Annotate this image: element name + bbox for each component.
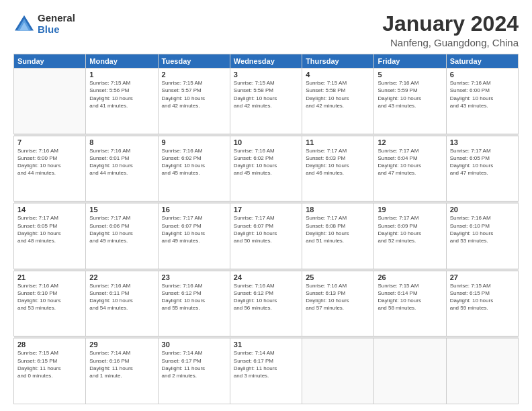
calendar-cell-w1-d6: 5Sunrise: 7:16 AM Sunset: 5:59 PM Daylig… — [374, 68, 446, 134]
col-header-wednesday: Wednesday — [230, 54, 302, 68]
day-number: 16 — [162, 205, 226, 214]
day-info: Sunrise: 7:16 AM Sunset: 6:10 PM Dayligh… — [450, 214, 515, 244]
day-info: Sunrise: 7:15 AM Sunset: 6:15 PM Dayligh… — [17, 349, 82, 379]
day-info: Sunrise: 7:17 AM Sunset: 6:07 PM Dayligh… — [162, 214, 226, 244]
day-number: 24 — [234, 273, 298, 281]
title-block: January 2024 Nanfeng, Guangdong, China — [382, 12, 519, 48]
calendar-cell-w2-d4: 10Sunrise: 7:16 AM Sunset: 6:02 PM Dayli… — [230, 136, 302, 201]
day-info: Sunrise: 7:15 AM Sunset: 6:14 PM Dayligh… — [378, 282, 442, 312]
day-info: Sunrise: 7:16 AM Sunset: 5:59 PM Dayligh… — [378, 79, 442, 109]
day-number: 15 — [89, 205, 154, 214]
calendar-cell-w2-d3: 9Sunrise: 7:16 AM Sunset: 6:02 PM Daylig… — [158, 136, 230, 201]
col-header-thursday: Thursday — [302, 54, 374, 68]
day-info: Sunrise: 7:16 AM Sunset: 6:11 PM Dayligh… — [89, 282, 154, 312]
calendar-cell-w4-d4: 24Sunrise: 7:16 AM Sunset: 6:12 PM Dayli… — [230, 271, 302, 336]
day-number: 20 — [450, 205, 515, 214]
col-header-friday: Friday — [374, 54, 446, 68]
calendar-cell-w1-d1 — [14, 68, 86, 134]
logo: General Blue — [13, 12, 75, 35]
page: General Blue January 2024 Nanfeng, Guang… — [0, 0, 532, 411]
calendar-cell-w3-d5: 18Sunrise: 7:17 AM Sunset: 6:08 PM Dayli… — [302, 203, 374, 269]
day-info: Sunrise: 7:16 AM Sunset: 6:12 PM Dayligh… — [162, 282, 226, 312]
day-number: 13 — [450, 138, 515, 146]
calendar-cell-w3-d4: 17Sunrise: 7:17 AM Sunset: 6:07 PM Dayli… — [230, 203, 302, 269]
col-header-monday: Monday — [86, 54, 158, 68]
day-info: Sunrise: 7:17 AM Sunset: 6:06 PM Dayligh… — [89, 214, 154, 244]
calendar-cell-w5-d1: 28Sunrise: 7:15 AM Sunset: 6:15 PM Dayli… — [14, 338, 86, 404]
calendar-cell-w2-d7: 13Sunrise: 7:17 AM Sunset: 6:05 PM Dayli… — [446, 136, 518, 201]
day-info: Sunrise: 7:17 AM Sunset: 6:05 PM Dayligh… — [450, 147, 515, 177]
day-number: 10 — [234, 138, 298, 146]
calendar-week-row-5: 28Sunrise: 7:15 AM Sunset: 6:15 PM Dayli… — [14, 338, 519, 404]
calendar-cell-w2-d1: 7Sunrise: 7:16 AM Sunset: 6:00 PM Daylig… — [14, 136, 86, 201]
day-info: Sunrise: 7:14 AM Sunset: 6:17 PM Dayligh… — [234, 349, 298, 379]
day-number: 28 — [17, 340, 82, 349]
day-number: 12 — [378, 138, 442, 146]
calendar-table: Sunday Monday Tuesday Wednesday Thursday… — [13, 54, 519, 404]
calendar-cell-w4-d6: 26Sunrise: 7:15 AM Sunset: 6:14 PM Dayli… — [374, 271, 446, 336]
calendar-week-row-2: 7Sunrise: 7:16 AM Sunset: 6:00 PM Daylig… — [14, 136, 519, 201]
day-number: 30 — [162, 340, 226, 349]
day-number: 14 — [17, 205, 82, 214]
day-number: 23 — [162, 273, 226, 281]
day-number: 26 — [378, 273, 442, 281]
day-info: Sunrise: 7:14 AM Sunset: 6:17 PM Dayligh… — [162, 349, 226, 379]
calendar-cell-w1-d4: 3Sunrise: 7:15 AM Sunset: 5:58 PM Daylig… — [230, 68, 302, 134]
calendar-cell-w3-d1: 14Sunrise: 7:17 AM Sunset: 6:05 PM Dayli… — [14, 203, 86, 269]
day-number: 31 — [234, 340, 298, 349]
calendar-cell-w4-d1: 21Sunrise: 7:16 AM Sunset: 6:10 PM Dayli… — [14, 271, 86, 336]
calendar-cell-w4-d2: 22Sunrise: 7:16 AM Sunset: 6:11 PM Dayli… — [86, 271, 158, 336]
col-header-sunday: Sunday — [14, 54, 86, 68]
day-info: Sunrise: 7:17 AM Sunset: 6:05 PM Dayligh… — [17, 214, 82, 244]
day-number: 25 — [306, 273, 370, 281]
day-info: Sunrise: 7:16 AM Sunset: 6:00 PM Dayligh… — [450, 79, 515, 109]
calendar-cell-w4-d3: 23Sunrise: 7:16 AM Sunset: 6:12 PM Dayli… — [158, 271, 230, 336]
day-info: Sunrise: 7:16 AM Sunset: 6:01 PM Dayligh… — [89, 147, 154, 177]
day-number: 9 — [162, 138, 226, 146]
day-info: Sunrise: 7:14 AM Sunset: 6:16 PM Dayligh… — [89, 349, 154, 379]
calendar-cell-w5-d2: 29Sunrise: 7:14 AM Sunset: 6:16 PM Dayli… — [86, 338, 158, 404]
day-number: 21 — [17, 273, 82, 281]
calendar-cell-w2-d6: 12Sunrise: 7:17 AM Sunset: 6:04 PM Dayli… — [374, 136, 446, 201]
calendar-week-row-4: 21Sunrise: 7:16 AM Sunset: 6:10 PM Dayli… — [14, 271, 519, 336]
calendar-cell-w5-d3: 30Sunrise: 7:14 AM Sunset: 6:17 PM Dayli… — [158, 338, 230, 404]
col-header-saturday: Saturday — [446, 54, 518, 68]
calendar-cell-w2-d5: 11Sunrise: 7:17 AM Sunset: 6:03 PM Dayli… — [302, 136, 374, 201]
day-number: 7 — [17, 138, 82, 146]
day-info: Sunrise: 7:15 AM Sunset: 5:56 PM Dayligh… — [89, 79, 154, 109]
day-info: Sunrise: 7:17 AM Sunset: 6:08 PM Dayligh… — [306, 214, 370, 244]
day-number: 22 — [89, 273, 154, 281]
day-number: 8 — [89, 138, 154, 146]
logo-icon — [13, 14, 35, 33]
day-number: 6 — [450, 71, 515, 79]
calendar-cell-w1-d5: 4Sunrise: 7:15 AM Sunset: 5:58 PM Daylig… — [302, 68, 374, 134]
day-number: 11 — [306, 138, 370, 146]
day-number: 3 — [234, 71, 298, 79]
calendar-week-row-1: 1Sunrise: 7:15 AM Sunset: 5:56 PM Daylig… — [14, 68, 519, 134]
day-number: 17 — [234, 205, 298, 214]
calendar-cell-w4-d5: 25Sunrise: 7:16 AM Sunset: 6:13 PM Dayli… — [302, 271, 374, 336]
day-info: Sunrise: 7:17 AM Sunset: 6:03 PM Dayligh… — [306, 147, 370, 177]
day-info: Sunrise: 7:17 AM Sunset: 6:09 PM Dayligh… — [378, 214, 442, 244]
calendar-cell-w4-d7: 27Sunrise: 7:15 AM Sunset: 6:15 PM Dayli… — [446, 271, 518, 336]
calendar-cell-w2-d2: 8Sunrise: 7:16 AM Sunset: 6:01 PM Daylig… — [86, 136, 158, 201]
day-info: Sunrise: 7:15 AM Sunset: 6:15 PM Dayligh… — [450, 282, 515, 312]
day-number: 4 — [306, 71, 370, 79]
calendar-cell-w1-d3: 2Sunrise: 7:15 AM Sunset: 5:57 PM Daylig… — [158, 68, 230, 134]
day-info: Sunrise: 7:16 AM Sunset: 6:13 PM Dayligh… — [306, 282, 370, 312]
header: General Blue January 2024 Nanfeng, Guang… — [13, 12, 519, 48]
day-info: Sunrise: 7:15 AM Sunset: 5:58 PM Dayligh… — [234, 79, 298, 109]
day-number: 27 — [450, 273, 515, 281]
day-info: Sunrise: 7:16 AM Sunset: 6:00 PM Dayligh… — [17, 147, 82, 177]
calendar-cell-w5-d5 — [302, 338, 374, 404]
col-header-tuesday: Tuesday — [158, 54, 230, 68]
calendar-cell-w1-d2: 1Sunrise: 7:15 AM Sunset: 5:56 PM Daylig… — [86, 68, 158, 134]
calendar-subtitle: Nanfeng, Guangdong, China — [382, 37, 519, 48]
day-info: Sunrise: 7:16 AM Sunset: 6:02 PM Dayligh… — [234, 147, 298, 177]
calendar-header-row: Sunday Monday Tuesday Wednesday Thursday… — [14, 54, 519, 68]
day-info: Sunrise: 7:15 AM Sunset: 5:58 PM Dayligh… — [306, 79, 370, 109]
day-info: Sunrise: 7:16 AM Sunset: 6:12 PM Dayligh… — [234, 282, 298, 312]
day-number: 1 — [89, 71, 154, 79]
day-number: 5 — [378, 71, 442, 79]
day-number: 2 — [162, 71, 226, 79]
